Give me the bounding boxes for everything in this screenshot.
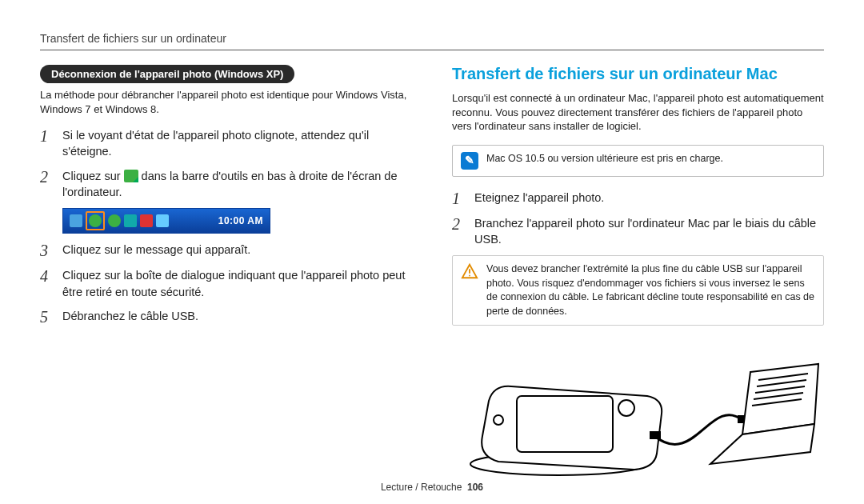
right-intro-text: Lorsqu'il est connecté à un ordinateur M… — [452, 91, 824, 134]
step-2: 2 Branchez l'appareil photo sur l'ordina… — [452, 215, 824, 248]
step-2: 2 Cliquez sur dans la barre d'outils en … — [40, 168, 412, 201]
step-text: Cliquez sur la boîte de dialogue indiqua… — [62, 267, 412, 300]
tray-volume-icon — [156, 214, 169, 227]
svg-point-5 — [618, 400, 634, 416]
heading-mac-transfer: Transfert de fichiers sur un ordinateur … — [452, 65, 824, 83]
step-1: 1 Eteignez l'appareil photo. — [452, 190, 824, 207]
tray-generic-icon — [108, 214, 121, 227]
step-number: 2 — [40, 168, 53, 186]
svg-rect-6 — [650, 431, 661, 439]
step-text: Débranchez le câble USB. — [62, 308, 412, 324]
svg-point-1 — [469, 275, 470, 277]
page-footer: Lecture / Retouche 106 — [0, 482, 864, 493]
left-column: Déconnexion de l'appareil photo (Windows… — [40, 65, 412, 484]
step-number: 1 — [452, 190, 465, 207]
tray-shield-icon — [140, 214, 153, 227]
note-info-icon: ✎ — [461, 152, 478, 170]
warning-text: Vous devez brancher l'extrémité la plus … — [486, 262, 815, 318]
step-4: 4 Cliquez sur la boîte de dialogue indiq… — [40, 267, 412, 300]
note-text: Mac OS 10.5 ou version ultérieure est pr… — [486, 152, 723, 166]
step-text: Si le voyant d'état de l'appareil photo … — [62, 127, 412, 160]
camera-to-laptop-illustration — [452, 340, 824, 484]
step-1: 1 Si le voyant d'état de l'appareil phot… — [40, 127, 412, 160]
footer-section: Lecture / Retouche — [381, 482, 462, 493]
warning-triangle-icon — [461, 262, 478, 280]
running-head: Transfert de fichiers sur un ordinateur — [40, 32, 824, 50]
section-pill-disconnect-xp: Déconnexion de l'appareil photo (Windows… — [40, 65, 294, 83]
step-3: 3 Cliquez sur le message qui apparaît. — [40, 242, 412, 259]
safely-remove-hardware-icon — [124, 170, 138, 182]
right-steps-list: 1 Eteignez l'appareil photo. 2 Branchez … — [452, 190, 824, 248]
right-column: Transfert de fichiers sur un ordinateur … — [452, 65, 824, 484]
left-steps-list: 1 Si le voyant d'état de l'appareil phot… — [40, 127, 412, 200]
warning-box-usb: Vous devez brancher l'extrémité la plus … — [452, 255, 824, 326]
step-2-text-a: Cliquez sur — [62, 170, 124, 182]
step-text: Cliquez sur dans la barre d'outils en ba… — [62, 168, 412, 201]
step-text: Cliquez sur le message qui apparaît. — [62, 242, 412, 258]
step-text: Eteignez l'appareil photo. — [474, 190, 824, 206]
step-number: 4 — [40, 267, 53, 285]
note-box-macos: ✎ Mac OS 10.5 ou version ultérieure est … — [452, 145, 824, 177]
two-column-layout: Déconnexion de l'appareil photo (Windows… — [40, 65, 824, 484]
tray-msn-icon — [70, 214, 82, 227]
left-steps-list-cont: 3 Cliquez sur le message qui apparaît. 4… — [40, 242, 412, 326]
page: Transfert de fichiers sur un ordinateur … — [0, 0, 864, 504]
step-number: 5 — [40, 308, 53, 326]
step-number: 2 — [452, 215, 465, 233]
tray-safely-remove-icon — [89, 214, 102, 227]
windows-system-tray-screenshot: 10:00 AM — [62, 208, 270, 234]
step-5: 5 Débranchez le câble USB. — [40, 308, 412, 326]
step-text: Branchez l'appareil photo sur l'ordinate… — [474, 215, 824, 248]
svg-rect-3 — [517, 396, 613, 452]
tray-highlight-box — [86, 211, 105, 230]
svg-point-4 — [494, 415, 503, 425]
step-number: 3 — [40, 242, 53, 259]
tray-network-icon — [124, 214, 137, 227]
tray-clock: 10:00 AM — [218, 215, 263, 226]
step-number: 1 — [40, 127, 53, 145]
footer-page-number: 106 — [467, 482, 483, 493]
left-intro-text: La méthode pour débrancher l'appareil ph… — [40, 88, 412, 116]
